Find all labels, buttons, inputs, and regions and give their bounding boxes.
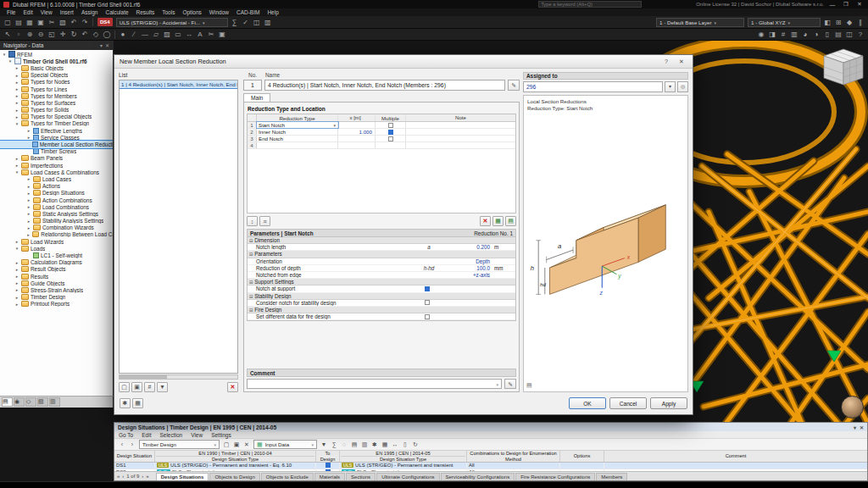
tree-item[interactable]: Load Combinations bbox=[0, 203, 113, 210]
new-member-icon[interactable]: — bbox=[140, 30, 150, 40]
list-item[interactable]: 1 | 4 Reduction(s) | Start Notch, Inner … bbox=[120, 80, 237, 88]
design-situation-row[interactable]: DS1 ULSULS (STR/GEO) - Permanent and tra… bbox=[114, 463, 867, 469]
numbering-icon[interactable]: # bbox=[778, 30, 788, 40]
search-table-icon[interactable]: ◌ bbox=[339, 440, 349, 449]
units-icon[interactable]: ▦ bbox=[132, 398, 143, 408]
full-view-icon[interactable]: ◯ bbox=[102, 30, 112, 40]
menu-item[interactable]: Tools bbox=[159, 9, 178, 15]
tree-item[interactable]: Loads bbox=[0, 245, 113, 252]
dialog-help-icon[interactable]: ? bbox=[660, 58, 672, 64]
nav-tab-views-icon[interactable]: ◇ bbox=[25, 397, 36, 407]
tree-item[interactable]: Types for Nodes bbox=[0, 79, 113, 86]
list-new-icon[interactable]: ▢ bbox=[119, 382, 130, 392]
freeze-pane-icon[interactable]: ▯ bbox=[400, 440, 410, 449]
user-avatar[interactable] bbox=[841, 396, 864, 419]
copy-object-icon[interactable]: ▣ bbox=[217, 30, 227, 40]
table-tab[interactable]: Objects to Design bbox=[209, 473, 259, 480]
name-field[interactable]: 4 Reduction(s) | Start Notch, Inner Notc… bbox=[264, 80, 505, 91]
tree-expand-arrow[interactable] bbox=[26, 232, 31, 237]
param-row[interactable]: Consider notch for stability design bbox=[248, 300, 515, 307]
tree-expand-arrow[interactable] bbox=[14, 121, 19, 126]
rotate-view-icon[interactable]: ↻ bbox=[69, 30, 79, 40]
result-diagram-icon[interactable]: ▥ bbox=[263, 17, 273, 27]
multiple-checkbox[interactable] bbox=[388, 136, 393, 141]
previous-view-icon[interactable]: ↶ bbox=[80, 30, 90, 40]
close-button[interactable]: ✕ bbox=[854, 1, 865, 8]
menu-item[interactable]: File bbox=[3, 9, 19, 15]
param-row[interactable]: Fire Design bbox=[248, 307, 515, 313]
param-value[interactable]: 100.0 bbox=[444, 265, 492, 271]
tree-expand-arrow[interactable] bbox=[26, 191, 31, 196]
tree-expand-arrow[interactable] bbox=[14, 100, 19, 105]
pin-icon[interactable]: ▾ bbox=[100, 42, 103, 48]
to-design-checkbox[interactable] bbox=[326, 463, 331, 468]
menu-item[interactable]: Window bbox=[206, 9, 232, 15]
tree-expand-arrow[interactable] bbox=[26, 225, 31, 230]
menu-item[interactable]: Results bbox=[133, 9, 159, 15]
tree-item[interactable]: Types for Special Objects bbox=[0, 114, 113, 120]
color-scale-icon[interactable]: ▦ bbox=[380, 440, 390, 449]
reduction-listbox[interactable]: 1 | 4 Reduction(s) | Start Notch, Inner … bbox=[119, 80, 238, 374]
comment-input[interactable] bbox=[247, 379, 502, 389]
tree-expand-arrow[interactable] bbox=[14, 169, 19, 175]
menu-item[interactable]: Insert bbox=[57, 9, 77, 15]
x-location-cell[interactable] bbox=[338, 136, 376, 141]
preview-print-icon[interactable]: ▤ bbox=[526, 382, 532, 389]
tree-expand-arrow[interactable] bbox=[14, 80, 19, 85]
coordinate-system-combo[interactable]: 1 - Global XYZ bbox=[748, 18, 821, 27]
prev-page-button[interactable]: ‹ bbox=[122, 474, 124, 479]
table-tab[interactable]: Design Situations bbox=[156, 473, 209, 480]
tree-item[interactable]: Result Objects bbox=[0, 266, 113, 273]
multiple-cell[interactable] bbox=[376, 129, 406, 135]
tree-item[interactable]: Guide Objects bbox=[0, 280, 113, 286]
reduction-row[interactable]: 2 Inner Notch▾ 1.000 bbox=[248, 129, 515, 136]
reduction-type-cell[interactable]: End Notch▾ bbox=[257, 136, 338, 141]
new-node-icon[interactable]: ● bbox=[118, 30, 128, 40]
delete-reduction-icon[interactable]: ✕ bbox=[227, 382, 238, 392]
nav-tab-display-icon[interactable]: ◉ bbox=[14, 397, 25, 407]
pan-icon[interactable]: ✛ bbox=[58, 30, 68, 40]
new-row-icon[interactable]: ▢ bbox=[221, 440, 231, 449]
param-row[interactable]: Dimension bbox=[248, 237, 515, 244]
cut-icon[interactable]: ✂ bbox=[47, 17, 57, 27]
next-table-icon[interactable]: › bbox=[127, 440, 137, 449]
print-icon[interactable]: ▣ bbox=[36, 17, 46, 27]
calculate-all-icon[interactable]: ∑ bbox=[230, 17, 240, 27]
menu-item[interactable]: Help bbox=[264, 9, 281, 15]
section-cut-icon[interactable]: ✂ bbox=[206, 30, 216, 40]
multiple-checkbox[interactable] bbox=[388, 123, 393, 128]
tree-expand-arrow[interactable] bbox=[26, 211, 31, 216]
menu-item[interactable]: Calculate bbox=[102, 9, 131, 15]
tree-item[interactable]: Timber Design bbox=[0, 294, 113, 301]
table-category-combo[interactable]: ▦ Input Data bbox=[253, 440, 317, 449]
tree-item[interactable]: Stress-Strain Analysis bbox=[0, 286, 113, 293]
x-location-cell[interactable] bbox=[338, 142, 376, 148]
list-copy-icon[interactable]: ▣ bbox=[131, 382, 142, 392]
zoom-out-icon[interactable]: ⊖ bbox=[36, 30, 46, 40]
visibility-icon[interactable]: ◉ bbox=[756, 30, 766, 40]
tree-item[interactable]: Imperfections bbox=[0, 162, 113, 169]
table-tab[interactable]: Sections bbox=[346, 473, 376, 480]
list-horizontal-scrollbar[interactable] bbox=[119, 374, 238, 380]
param-row[interactable]: Notched from edge +z-axis bbox=[248, 272, 515, 279]
minimize-button[interactable]: — bbox=[827, 2, 837, 8]
tree-item[interactable]: Load Cases bbox=[0, 175, 113, 182]
to-design-cell[interactable] bbox=[316, 463, 340, 469]
tree-expand-arrow[interactable] bbox=[14, 239, 19, 244]
settings-gear-icon[interactable]: ✱ bbox=[120, 398, 131, 408]
search-input[interactable] bbox=[541, 2, 639, 7]
tree-expand-arrow[interactable] bbox=[14, 93, 19, 98]
refresh-table-icon[interactable]: ↻ bbox=[410, 440, 420, 449]
menu-item[interactable]: View bbox=[37, 9, 56, 15]
tree-expand-arrow[interactable] bbox=[14, 246, 19, 251]
tree-expand-arrow[interactable] bbox=[26, 184, 31, 189]
param-checkbox[interactable] bbox=[425, 314, 430, 319]
tree-expand-arrow[interactable] bbox=[14, 163, 19, 168]
reduction-type-cell[interactable]: Inner Notch▾ bbox=[257, 129, 338, 135]
param-row[interactable]: Parameters bbox=[248, 251, 515, 258]
tree-expand-arrow[interactable] bbox=[26, 128, 31, 133]
save-icon[interactable]: ▦ bbox=[25, 17, 35, 27]
tree-item[interactable]: Results bbox=[0, 273, 113, 280]
tab-main[interactable]: Main bbox=[243, 93, 270, 102]
guidelines-icon[interactable]: ∥ bbox=[855, 17, 865, 27]
